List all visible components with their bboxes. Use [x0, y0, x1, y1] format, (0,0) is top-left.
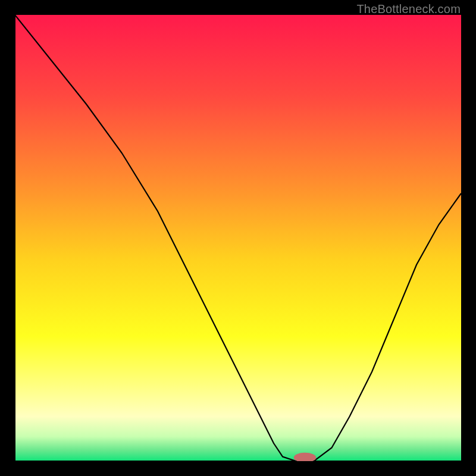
plot-area — [15, 15, 461, 461]
watermark-text: TheBottleneck.com — [356, 2, 461, 16]
chart-container — [15, 15, 461, 461]
gradient-background — [15, 15, 461, 461]
